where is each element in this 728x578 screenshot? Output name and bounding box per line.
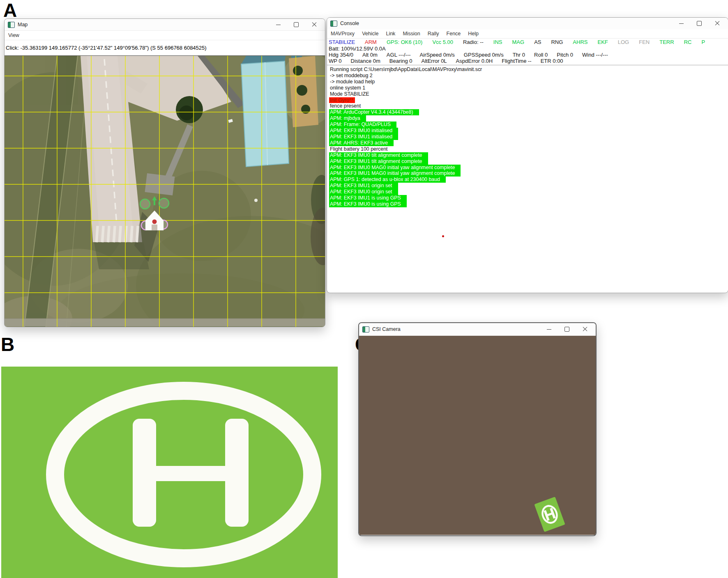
minimize-icon <box>547 329 551 330</box>
console-message: Mode STABILIZE <box>329 91 369 97</box>
console-message: APM: EKF3 IMU0 initialised <box>329 128 398 134</box>
status-indicator: LOG <box>618 39 629 45</box>
dirt-road <box>5 319 325 326</box>
console-message: -> set moddebug 2 <box>329 73 373 79</box>
close-button[interactable] <box>576 324 594 335</box>
console-message: APM: EKF3 IMU0 origin set <box>329 189 398 195</box>
maximize-icon <box>564 327 569 332</box>
console-message: -> module load help <box>329 79 375 85</box>
camera-titlebar[interactable]: CSI Camera <box>359 323 596 336</box>
console-message: Init Gyro** <box>329 97 355 103</box>
telemetry-value: AGL ---/--- <box>387 52 411 58</box>
console-message: APM: EKF3 IMU0 tilt alignment complete <box>329 152 428 158</box>
menu-item-view[interactable]: View <box>8 32 19 38</box>
console-window-title: Console <box>340 21 359 26</box>
console-message: fence present <box>329 103 361 109</box>
minimize-button[interactable] <box>540 324 558 335</box>
panel-label-a: A <box>3 1 17 20</box>
close-icon <box>715 21 720 26</box>
telemetry-value: Wind ---/--- <box>582 52 608 58</box>
status-indicator: AS <box>534 39 541 45</box>
telemetry-value: WP 0 <box>329 58 342 64</box>
console-message: APM: AHRS: EKF3 active <box>329 140 394 146</box>
telemetry-value: Hdg 354/0 <box>329 52 353 58</box>
close-button[interactable] <box>708 18 726 29</box>
status-indicator: ARM <box>365 39 377 45</box>
telemetry-row-2: WP 0Distance 0mBearing 0AltError 0LAspdE… <box>327 58 728 64</box>
status-indicator: EKF <box>597 39 608 45</box>
status-indicator: INS <box>493 39 502 45</box>
telemetry-value: AirSpeed 0m/s <box>420 52 455 58</box>
menu-item-mission[interactable]: Mission <box>403 31 420 37</box>
console-titlebar[interactable]: Console <box>327 18 728 29</box>
maximize-button[interactable] <box>287 19 305 30</box>
console-message: APM: GPS 1: detected as u-blox at 230400… <box>329 177 446 183</box>
telemetry-value: Bearing 0 <box>389 58 412 64</box>
minimize-button[interactable] <box>269 19 287 30</box>
minimize-button[interactable] <box>672 18 690 29</box>
minimize-icon <box>679 23 684 24</box>
menu-item-rally[interactable]: Rally <box>428 31 439 37</box>
tree <box>301 105 310 114</box>
status-indicator: STABILIZE <box>329 39 355 45</box>
helipad-marker-image <box>1 367 338 578</box>
menu-item-link[interactable]: Link <box>386 31 395 37</box>
console-message: Running script C:\Users\rnjbd\AppData\Lo… <box>329 67 482 73</box>
menu-item-fence[interactable]: Fence <box>447 31 461 37</box>
menu-item-help[interactable]: Help <box>468 31 479 37</box>
propeller-circle <box>159 198 169 208</box>
console-message: Flight battery 100 percent <box>329 146 388 152</box>
telemetry-value: FlightTime -- <box>502 58 531 64</box>
telemetry-value: Roll 0 <box>534 52 548 58</box>
console-message: APM: ArduCopter V4.3.4 (43447be8) <box>329 109 419 115</box>
maximize-icon <box>697 21 702 26</box>
home-dot <box>152 220 157 224</box>
console-messages[interactable]: Running script C:\Users\rnjbd\AppData\Lo… <box>327 65 728 207</box>
minimize-icon <box>276 25 281 25</box>
console-menu: MAVProxyVehicleLinkMissionRallyFenceHelp <box>327 29 728 39</box>
tree <box>293 66 303 76</box>
map-menu: View <box>5 31 325 40</box>
status-indicator: Vcc 5.00 <box>432 39 453 45</box>
console-window: Console MAVProxyVehicleLinkMissionRallyF… <box>327 17 728 293</box>
telemetry-value: ETR 0:00 <box>541 58 563 64</box>
console-message: APM: EKF3 IMU1 MAG0 initial yaw alignmen… <box>329 170 461 177</box>
console-message: APM: EKF3 IMU0 is using GPS <box>329 201 407 207</box>
console-message: APM: EKF3 IMU1 origin set <box>329 183 398 189</box>
telemetry-value: GPSSpeed 0m/s <box>464 52 504 58</box>
console-message: APM: EKF3 IMU1 is using GPS <box>329 195 407 201</box>
app-window-icon <box>8 22 15 28</box>
tree <box>297 85 307 96</box>
status-indicator: AHRS <box>573 39 587 45</box>
close-icon <box>583 327 587 332</box>
console-status-row: STABILIZEARMGPS: OK6 (10)Vcc 5.00Radio: … <box>327 39 728 46</box>
close-button[interactable] <box>305 19 323 30</box>
aerial-map-view[interactable] <box>5 56 325 327</box>
propeller-circle <box>140 199 150 209</box>
maximize-button[interactable] <box>558 324 576 335</box>
panel-label-b: B <box>1 335 14 354</box>
red-marker-dot <box>442 235 444 237</box>
telemetry-value: Pitch 0 <box>557 52 573 58</box>
detected-helipad-marker <box>530 495 569 534</box>
status-indicator: Radio: -- <box>463 39 484 45</box>
map-window-title: Map <box>18 22 28 28</box>
camera-feed <box>359 336 596 535</box>
menu-item-vehicle[interactable]: Vehicle <box>362 31 378 37</box>
status-indicator: GPS: OK6 (10) <box>387 39 422 45</box>
console-message: APM: EKF3 IMU1 initialised <box>329 134 398 140</box>
maximize-button[interactable] <box>690 18 708 29</box>
battery-status: Batt: 100%/12.59V 0.0A <box>327 46 728 52</box>
map-click-status: Click: -35.363199 149.165772 (-35°21'47.… <box>5 40 325 56</box>
camera-window: CSI Camera <box>358 322 597 536</box>
close-icon <box>312 22 317 27</box>
console-message: APM: EKF3 IMU1 tilt alignment complete <box>329 158 428 165</box>
telemetry-row-1: Hdg 354/0Alt 0mAGL ---/---AirSpeed 0m/sG… <box>327 52 728 58</box>
status-indicator: RC <box>684 39 692 45</box>
menu-item-mavproxy[interactable]: MAVProxy <box>331 31 355 37</box>
console-message: APM: EKF3 IMU0 MAG0 initial yaw alignmen… <box>329 165 461 171</box>
status-indicator: RNG <box>551 39 563 45</box>
telemetry-value: Alt 0m <box>362 52 378 58</box>
app-window-icon <box>362 326 369 333</box>
map-titlebar[interactable]: Map <box>5 19 325 31</box>
